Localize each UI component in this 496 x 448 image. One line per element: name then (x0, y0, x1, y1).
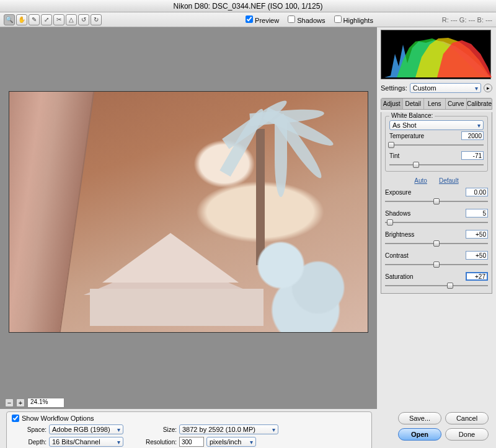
zoom-out-button[interactable]: − (5, 398, 14, 407)
toolbar: 🔍 ✋ ✎ ⤢ ✂ △ ↺ ↻ (4, 14, 103, 25)
exposure-input[interactable] (466, 188, 488, 196)
workflow-checkbox[interactable] (12, 415, 19, 422)
contrast-slider[interactable] (385, 261, 488, 268)
eyedropper-icon[interactable]: ✎ (29, 14, 40, 25)
size-select[interactable]: 3872 by 2592 (10.0 MP) (179, 424, 278, 434)
rgb-readout: R: --- G: --- B: --- (442, 16, 492, 24)
hand-tool-icon[interactable]: ✋ (16, 14, 27, 25)
saturation-input[interactable] (466, 272, 488, 281)
adjust-tabs: Adjust Detail Lens Curve Calibrate (381, 98, 492, 110)
cancel-button[interactable]: Cancel (445, 412, 489, 424)
preview-pane: − + 24.1% (0, 27, 377, 409)
header-bar: 🔍 ✋ ✎ ⤢ ✂ △ ↺ ↻ Preview Shadows Highligh… (0, 12, 496, 27)
histogram (381, 30, 491, 79)
default-link[interactable]: Default (439, 177, 459, 184)
zoom-tool-icon[interactable]: 🔍 (4, 14, 15, 25)
saturation-slider[interactable] (385, 282, 488, 289)
settings-menu-icon[interactable]: ▸ (484, 84, 492, 92)
tint-slider[interactable] (389, 161, 484, 169)
tab-adjust[interactable]: Adjust (381, 99, 403, 109)
auto-link[interactable]: Auto (414, 177, 427, 184)
tab-detail[interactable]: Detail (403, 99, 425, 109)
shadows-slider[interactable] (385, 219, 488, 226)
tab-curve[interactable]: Curve (446, 99, 467, 109)
zoom-in-button[interactable]: + (16, 398, 25, 407)
highlights-checkbox[interactable]: Highlights (334, 15, 373, 24)
wb-mode-select[interactable]: As Shot (389, 120, 484, 130)
resolution-unit-select[interactable]: pixels/inch (206, 437, 256, 447)
straighten-icon[interactable]: △ (66, 14, 77, 25)
zoom-select[interactable]: 24.1% (27, 398, 64, 408)
image-preview[interactable] (9, 91, 368, 333)
open-button[interactable]: Open (398, 428, 441, 441)
shadows-input[interactable] (466, 209, 488, 217)
white-balance-group: White Balance: As Shot Temperature Tint (385, 116, 488, 172)
done-button[interactable]: Done (445, 428, 489, 441)
space-select[interactable]: Adobe RGB (1998) (49, 424, 123, 434)
contrast-input[interactable] (466, 251, 488, 260)
depth-select[interactable]: 16 Bits/Channel (49, 437, 123, 447)
shadows-checkbox[interactable]: Shadows (288, 15, 325, 24)
tab-calibrate[interactable]: Calibrate (467, 99, 492, 109)
sampler-icon[interactable]: ⤢ (41, 14, 52, 25)
workflow-options: Show Workflow Options Space:Adobe RGB (1… (6, 411, 372, 448)
save-button[interactable]: Save... (398, 412, 441, 424)
exposure-slider[interactable] (385, 198, 488, 205)
tint-input[interactable] (461, 151, 484, 160)
window-title: Nikon D80: DSC_0344.NEF (ISO 100, 1/125) (0, 0, 496, 12)
settings-select[interactable]: Custom (410, 83, 481, 93)
brightness-slider[interactable] (385, 240, 488, 247)
temperature-slider[interactable] (389, 141, 484, 149)
crop-icon[interactable]: ✂ (53, 14, 64, 25)
rotate-cw-icon[interactable]: ↻ (91, 14, 102, 25)
temperature-input[interactable] (461, 131, 484, 140)
resolution-input[interactable] (179, 437, 204, 447)
settings-label: Settings: (381, 84, 407, 92)
preview-checkbox[interactable]: Preview (246, 15, 279, 24)
side-panel: Settings: Custom ▸ Adjust Detail Lens Cu… (377, 27, 496, 409)
brightness-input[interactable] (466, 230, 488, 239)
adjust-panel: White Balance: As Shot Temperature Tint (381, 112, 492, 294)
tab-lens[interactable]: Lens (424, 99, 446, 109)
rotate-ccw-icon[interactable]: ↺ (78, 14, 89, 25)
